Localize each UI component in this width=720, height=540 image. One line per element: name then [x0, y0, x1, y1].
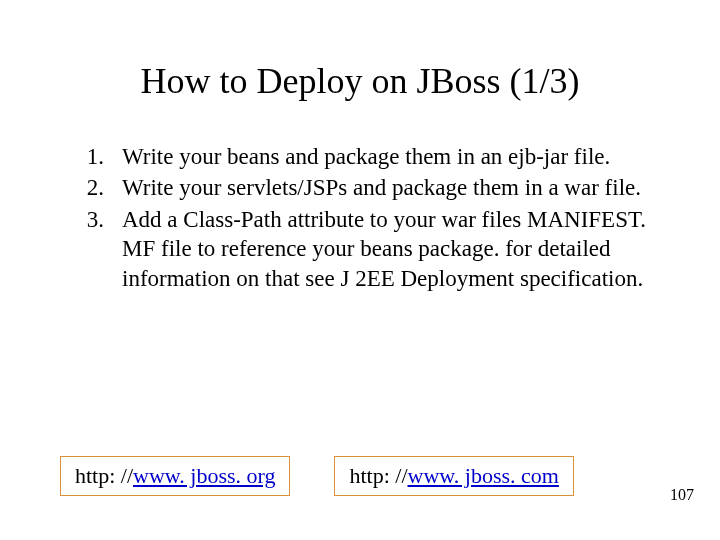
list-text: Write your beans and package them in an …: [122, 142, 660, 171]
link-row: http: //www. jboss. org http: //www. jbo…: [60, 456, 574, 496]
numbered-list: 1. Write your beans and package them in …: [60, 142, 660, 293]
list-item: 2. Write your servlets/JSPs and package …: [60, 173, 660, 202]
list-item: 1. Write your beans and package them in …: [60, 142, 660, 171]
list-number: 1.: [60, 142, 122, 171]
list-text: Write your servlets/JSPs and package the…: [122, 173, 660, 202]
list-number: 3.: [60, 205, 122, 293]
list-item: 3. Add a Class-Path attribute to your wa…: [60, 205, 660, 293]
slide-title: How to Deploy on JBoss (1/3): [60, 60, 660, 102]
link-prefix: http: //: [349, 463, 407, 488]
link-prefix: http: //: [75, 463, 133, 488]
link-org[interactable]: www. jboss. org: [133, 463, 275, 488]
list-number: 2.: [60, 173, 122, 202]
page-number: 107: [670, 486, 694, 504]
link-box-com: http: //www. jboss. com: [334, 456, 573, 496]
link-com[interactable]: www. jboss. com: [408, 463, 559, 488]
link-box-org: http: //www. jboss. org: [60, 456, 290, 496]
slide: How to Deploy on JBoss (1/3) 1. Write yo…: [0, 0, 720, 540]
list-text: Add a Class-Path attribute to your war f…: [122, 205, 660, 293]
